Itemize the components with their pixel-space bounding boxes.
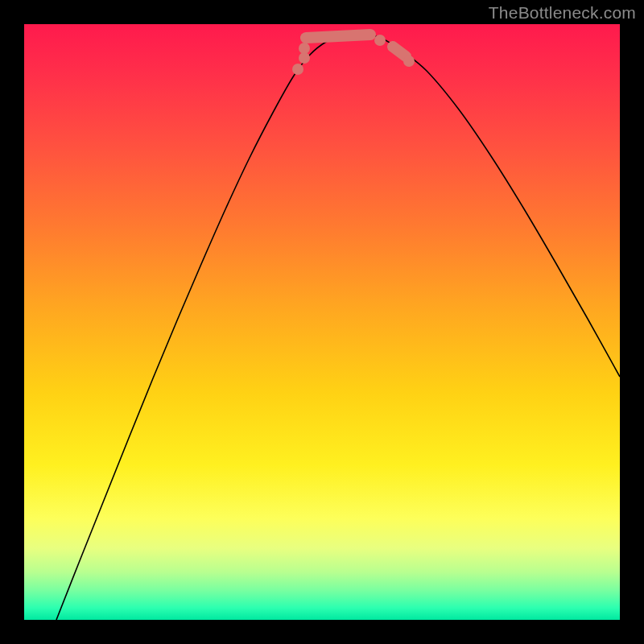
marker-pill: [306, 35, 370, 38]
chart-frame: TheBottleneck.com: [0, 0, 644, 644]
chart-plot-area: [24, 24, 620, 620]
curve-path: [56, 34, 620, 620]
bottleneck-curve: [24, 24, 620, 620]
marker-dot: [403, 56, 415, 67]
marker-dot: [299, 43, 310, 54]
marker-dot: [292, 64, 303, 75]
marker-dot: [299, 52, 310, 64]
marker-dot: [374, 35, 386, 46]
marker-pill: [393, 47, 406, 56]
watermark-text: TheBottleneck.com: [489, 3, 636, 23]
